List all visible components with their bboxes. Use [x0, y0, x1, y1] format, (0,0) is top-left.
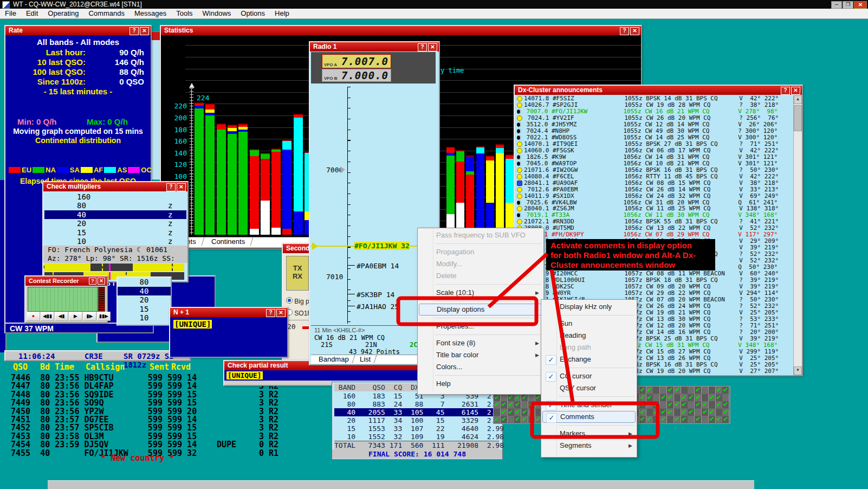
cursor-spot[interactable]: #FO/JI1JKW 32 — [354, 242, 410, 250]
tab-list[interactable]: List — [354, 355, 377, 363]
menu-options[interactable]: Options — [236, 9, 270, 18]
menu-operating[interactable]: Operating — [43, 9, 83, 18]
context-menu-item-scale-10-1-[interactable]: Scale (10:1)▶ — [419, 287, 542, 299]
close-icon[interactable]: ✕ — [177, 183, 186, 191]
maximize-button[interactable]: ❒ — [843, 1, 853, 9]
menu-edit[interactable]: Edit — [21, 9, 43, 18]
help-icon[interactable]: ? — [418, 43, 427, 52]
menu-commands[interactable]: Commands — [83, 9, 129, 18]
moon-icon — [517, 162, 521, 166]
playback-button-3[interactable]: ▶ — [69, 312, 82, 321]
submenu-item-time-and-sender[interactable]: Time and sender✓ — [542, 399, 636, 411]
menu-tools[interactable]: Tools — [171, 9, 197, 18]
playback-button-5[interactable]: ▮▮▶ — [97, 312, 111, 321]
check-mult-row-15[interactable]: 15z — [44, 228, 186, 237]
context-menu-item-colors-[interactable]: Colors... — [419, 361, 542, 373]
minimize-button[interactable]: – — [831, 1, 842, 9]
check-mult-row-80[interactable]: 80z — [44, 201, 186, 210]
context-menu-item-modify-[interactable]: Modify... — [419, 258, 542, 270]
playback-button-4[interactable]: ▮▶ — [83, 312, 96, 321]
close-icon[interactable]: ✕ — [140, 27, 149, 35]
score-row-15[interactable]: 15 1553 33 107 22 4640 2.99 — [334, 424, 499, 433]
context-menu-item-font-size-8-[interactable]: Font size (8)▶ — [419, 337, 542, 349]
submenu-item-long-path[interactable]: Long path — [542, 342, 636, 353]
dx-scrollbar[interactable]: ▲ ▼ — [793, 95, 802, 375]
bandmap-spot[interactable]: #SK3BP 14 — [357, 291, 394, 299]
radio-option-so1r[interactable]: SO1R — [286, 309, 312, 317]
close-button[interactable]: ✕ — [854, 1, 867, 9]
submenu-item-display-khz-only[interactable]: Display kHz only — [542, 301, 636, 313]
context-menu-item-title-bar-color[interactable]: Title bar color▶ — [419, 349, 542, 361]
context-menu-item-properties-[interactable]: Properties... — [419, 320, 542, 332]
bandmap-spot[interactable]: #PA0EBM 14 — [357, 262, 399, 270]
menu-help[interactable]: Help — [270, 9, 294, 18]
band-list-item-10[interactable]: 10 — [118, 313, 171, 323]
context-menu-item-pass-frequency-to-sub-vfo[interactable]: Pass frequency to SUB VFO — [419, 229, 542, 241]
submenu-item-sun[interactable]: Sun — [542, 318, 636, 330]
app-icon[interactable] — [2, 1, 10, 9]
legend-label: OC — [141, 166, 152, 174]
playback-button-2[interactable]: ◀▮ — [55, 312, 68, 321]
close-icon[interactable]: ✕ — [276, 309, 286, 317]
context-menu-item-help[interactable]: Help — [419, 378, 542, 390]
help-icon[interactable]: ? — [620, 27, 629, 35]
chart-bar-h02d1 — [217, 35, 226, 235]
close-icon[interactable]: ✕ — [98, 278, 105, 285]
radio1-title[interactable]: Radio 1 ?✕ — [310, 42, 439, 52]
bandmap-spot[interactable]: #JA1HAO 25 — [357, 303, 399, 311]
submenu-item-heading[interactable]: Heading — [542, 330, 636, 342]
grid-cell — [508, 416, 515, 423]
close-icon[interactable]: ✕ — [630, 27, 639, 35]
contest-recorder-title[interactable]: Contest Recorder ?✕ — [25, 276, 107, 286]
help-icon[interactable]: ? — [781, 87, 790, 95]
score-row-10[interactable]: 10 1552 32 109 19 4624 2.98 — [334, 433, 499, 441]
band-list-item-20[interactable]: 20 — [118, 295, 171, 305]
score-row-20[interactable]: 20 1117 34 100 15 3329 2.98 — [334, 416, 499, 424]
score-total-row: TOTAL 7343 171 560 111 21908 2.98 — [334, 441, 499, 449]
context-menu-item-propagation[interactable]: Propagation — [419, 246, 542, 258]
help-icon[interactable]: ? — [166, 183, 176, 191]
submenu-item-cq-cursor[interactable]: CQ cursor✓ — [542, 370, 636, 382]
dx-cluster-title[interactable]: Dx-Cluster announcements ?✕ — [515, 86, 802, 95]
check-mult-row-40[interactable]: 40z — [44, 210, 186, 219]
context-menu-item-display-options[interactable]: Display options▶ — [419, 304, 542, 316]
scroll-down-icon[interactable]: ▼ — [794, 366, 802, 375]
submenu-item-comments[interactable]: Comments✓ — [542, 411, 636, 423]
help-icon[interactable]: ? — [89, 278, 96, 285]
rate-title[interactable]: Rate ?✕ — [5, 26, 151, 35]
submenu-item-segments[interactable]: Segments▶ — [542, 440, 636, 452]
chart-segment-sa — [294, 211, 303, 235]
close-icon[interactable]: ✕ — [791, 87, 800, 95]
rate-line-value: 146 Q/h — [115, 57, 144, 67]
check-mult-row-10[interactable]: 10z — [44, 237, 186, 246]
band-list-item-15[interactable]: 15 — [118, 305, 171, 314]
check-mult-row-160[interactable]: 160 — [44, 192, 186, 201]
vfo-a-display[interactable]: VFO A 7.007.0 — [322, 54, 391, 68]
score-row-40[interactable]: 40 2055 33 105 45 6145 2.99 — [334, 408, 499, 416]
check-multipliers-title[interactable]: Check multipliers ?✕ — [43, 182, 187, 191]
statistics-title[interactable]: Statistics ?✕ — [161, 26, 641, 35]
tab-continents[interactable]: Continents — [204, 237, 254, 246]
record-button[interactable]: ● — [27, 312, 40, 321]
tab-bandmap[interactable]: Bandmap — [313, 355, 355, 363]
submenu-item-markers[interactable]: Markers▶ — [542, 428, 636, 440]
n-plus-1-title[interactable]: N + 1 ?✕ — [170, 308, 287, 317]
submenu-item-exchange[interactable]: Exchange✓ — [542, 353, 636, 365]
chart-segment-sa — [238, 130, 248, 132]
scroll-thumb[interactable] — [794, 105, 802, 131]
vfo-b-display[interactable]: VFO B 7.000.0 — [322, 69, 391, 82]
menu-windows[interactable]: Windows — [198, 9, 236, 18]
menu-messages[interactable]: Messages — [129, 9, 171, 18]
context-menu-item-delete[interactable]: Delete — [419, 270, 542, 282]
score-row-80[interactable]: 80 883 24 88 7 2631 2.98 — [334, 400, 499, 408]
help-icon[interactable]: ? — [129, 27, 139, 35]
check-mult-row-20[interactable]: 20z — [44, 219, 186, 228]
band-list-item-40[interactable]: 40 — [118, 287, 171, 296]
band-list-item-80[interactable]: 80 — [118, 278, 171, 287]
close-icon[interactable]: ✕ — [428, 43, 437, 52]
scroll-up-icon[interactable]: ▲ — [794, 95, 802, 104]
help-icon[interactable]: ? — [266, 309, 275, 317]
submenu-item-qsy-cursor[interactable]: QSY cursor — [542, 382, 636, 394]
menu-file[interactable]: File — [0, 9, 21, 18]
playback-button-1[interactable]: ◀▮▮ — [41, 312, 54, 321]
